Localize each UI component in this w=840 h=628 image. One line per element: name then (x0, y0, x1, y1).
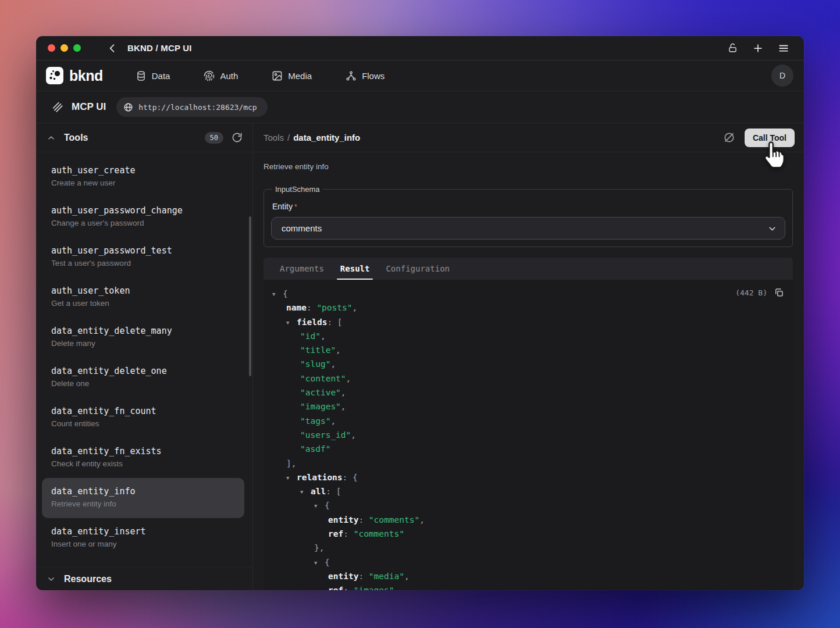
tools-section-header[interactable]: Tools 50 (36, 123, 252, 152)
chevron-down-icon (47, 575, 56, 584)
tool-detail-header: Tools / data_entity_info Call Tool (253, 123, 804, 152)
nav-item-data[interactable]: Data (136, 70, 170, 81)
input-schema-fieldset: InputSchema Entity* comments (264, 185, 793, 247)
entity-select-value: comments (282, 223, 322, 233)
sidebar-item-data_entity_delete_one[interactable]: data_entity_delete_oneDelete one (36, 358, 252, 398)
avatar[interactable]: D (771, 65, 793, 87)
sidebar-item-auth_user_token[interactable]: auth_user_tokenGet a user token (36, 277, 252, 317)
tool-description: Check if entity exists (51, 458, 243, 470)
expand-triangle-icon[interactable]: ▼ (314, 499, 325, 513)
copy-icon (774, 287, 784, 298)
expand-triangle-icon[interactable]: ▼ (300, 485, 311, 499)
sidebar-item-data_entity_fn_exists[interactable]: data_entity_fn_existsCheck if entity exi… (36, 438, 252, 478)
json-line: ▼{ (272, 287, 784, 301)
bknd-logo-icon (45, 66, 64, 85)
json-line: "title", (272, 343, 784, 357)
nav-item-label: Auth (220, 71, 238, 81)
json-line: entity: "comments", (272, 513, 784, 527)
chevron-up-icon (47, 133, 56, 142)
new-tab-button[interactable] (752, 42, 764, 55)
tool-detail-panel: Tools / data_entity_info Call Tool Retri… (253, 123, 804, 590)
input-schema-legend: InputSchema (272, 185, 323, 194)
json-line: "users_id", (272, 428, 784, 442)
sidebar-item-auth_user_create[interactable]: auth_user_createCreate a new user (36, 157, 252, 197)
refresh-icon (232, 132, 243, 143)
flows-icon (346, 70, 357, 81)
json-line: "content", (272, 372, 784, 386)
stack-icon (51, 101, 64, 113)
nav-item-flows[interactable]: Flows (346, 70, 385, 81)
nav-item-auth[interactable]: Auth (204, 70, 238, 81)
json-line: name: "posts", (272, 301, 784, 315)
required-asterisk: * (294, 203, 297, 211)
back-button[interactable] (105, 41, 119, 55)
sidebar-item-data_entity_insert[interactable]: data_entity_insertInsert one or many (36, 518, 252, 558)
chevron-down-icon (767, 224, 777, 234)
nav-item-label: Data (152, 71, 170, 81)
tool-description: Retrieve entity info (51, 498, 235, 510)
expand-triangle-icon[interactable]: ▼ (286, 471, 297, 485)
expand-triangle-icon[interactable]: ▼ (272, 287, 283, 301)
tool-description: Insert one or many (51, 538, 243, 550)
sidebar-item-data_entity_delete_many[interactable]: data_entity_delete_manyDelete many (36, 317, 252, 358)
breadcrumb-separator: / (287, 133, 290, 142)
tool-list: auth_user_createCreate a new userauth_us… (36, 152, 252, 567)
server-url: http://localhost:28623/mcp (138, 103, 257, 112)
unlock-icon[interactable] (726, 42, 739, 55)
breadcrumb-parent[interactable]: Tools (264, 133, 284, 142)
brand[interactable]: bknd (45, 66, 103, 85)
json-line: "images", (272, 399, 784, 413)
resources-section-label: Resources (64, 574, 112, 584)
json-line: ref: "comments" (272, 527, 784, 541)
tool-name: data_entity_info (51, 485, 235, 498)
expand-triangle-icon[interactable]: ▼ (286, 316, 297, 330)
desktop-wallpaper: BKND / MCP UI (0, 0, 840, 628)
menu-button[interactable] (777, 42, 790, 55)
call-tool-button[interactable]: Call Tool (745, 129, 795, 147)
result-json-viewer: (442 B) ▼{name: "posts",▼fields: ["id","… (264, 280, 793, 590)
sidebar-scrollbar[interactable] (249, 216, 251, 376)
resources-section-header[interactable]: Resources (36, 567, 252, 590)
fingerprint-icon (204, 70, 215, 81)
tab-configuration[interactable]: Configuration (379, 258, 457, 280)
tool-description: Get a user token (51, 298, 243, 309)
auto-refresh-off-icon[interactable] (723, 131, 735, 144)
json-line: "slug", (272, 357, 784, 371)
nav-item-media[interactable]: Media (272, 70, 312, 81)
tool-detail-body: Retrieve entity info InputSchema Entity*… (253, 152, 804, 590)
entity-select[interactable]: comments (271, 217, 785, 240)
expand-triangle-icon[interactable]: ▼ (314, 556, 325, 570)
image-icon (272, 70, 283, 81)
close-button[interactable] (48, 44, 55, 52)
tool-name: auth_user_password_test (51, 244, 243, 257)
json-tree: ▼{name: "posts",▼fields: ["id","title","… (272, 287, 784, 590)
tab-arguments[interactable]: Arguments (273, 258, 331, 280)
refresh-tools-button[interactable] (230, 131, 243, 144)
sidebar-item-auth_user_password_change[interactable]: auth_user_password_changeChange a user's… (36, 197, 252, 237)
tab-result[interactable]: Result (333, 258, 377, 280)
zoom-button[interactable] (73, 44, 81, 52)
window-titlebar: BKND / MCP UI (36, 36, 804, 60)
tool-name: data_entity_fn_exists (51, 445, 243, 458)
entity-field-label: Entity* (272, 202, 785, 211)
tool-name: auth_user_token (51, 284, 243, 297)
tool-description-text: Retrieve entity info (264, 162, 793, 172)
copy-result-button[interactable] (773, 287, 785, 298)
globe-icon (123, 102, 133, 112)
json-line: ▼{ (272, 555, 784, 569)
breadcrumb-current: data_entity_info (293, 133, 360, 142)
sidebar-item-data_entity_fn_count[interactable]: data_entity_fn_countCount entities (36, 398, 252, 438)
sidebar-item-data_entity_info[interactable]: data_entity_infoRetrieve entity info (42, 478, 244, 518)
sidebar-item-auth_user_password_test[interactable]: auth_user_password_testTest a user's pas… (36, 237, 252, 277)
tool-name: data_entity_fn_count (51, 405, 243, 418)
tool-description: Count entities (51, 418, 243, 430)
window-title: BKND / MCP UI (127, 43, 192, 53)
json-line: ▼relations: { (272, 470, 784, 484)
tool-description: Delete many (51, 338, 243, 349)
result-tabs: ArgumentsResultConfiguration (264, 258, 793, 280)
minimize-button[interactable] (60, 44, 68, 52)
traffic-lights (48, 44, 81, 52)
server-url-pill[interactable]: http://localhost:28623/mcp (116, 97, 268, 117)
tool-name: data_entity_insert (51, 525, 243, 538)
json-line: "id", (272, 329, 784, 343)
